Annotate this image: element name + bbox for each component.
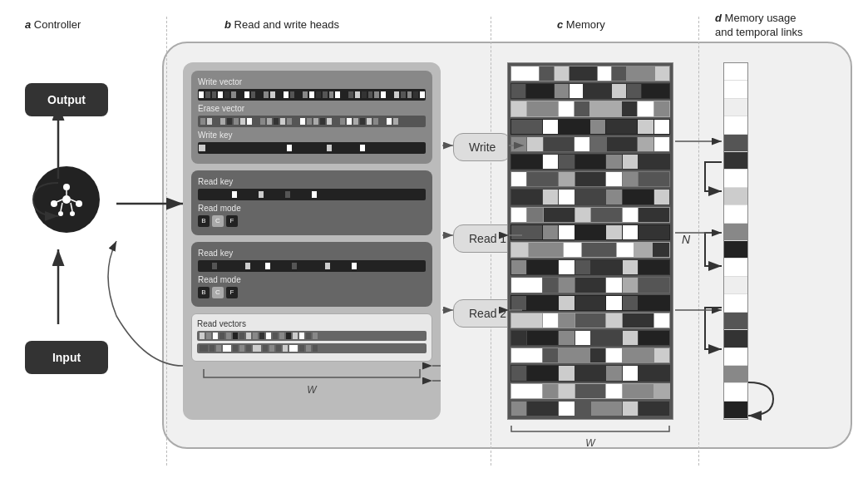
write-key-label: Write key — [198, 131, 426, 140]
rw-heads-panel: Write vector — [183, 62, 441, 420]
read-head-2-group: Read key — [191, 242, 432, 307]
memory-panel: W — [507, 62, 673, 420]
mode-c-1: C — [212, 215, 224, 227]
erase-vector-strip — [198, 116, 426, 127]
usage-cell-12 — [724, 259, 747, 276]
write-vector-strip — [198, 89, 426, 101]
read-vector-2 — [197, 343, 427, 353]
usage-cell-16 — [724, 330, 747, 347]
svg-line-10 — [71, 203, 72, 211]
write-key-strip — [198, 142, 426, 154]
mode-f-2: F — [226, 287, 238, 298]
usage-cell-10 — [724, 224, 747, 241]
usage-cell-17 — [724, 348, 747, 366]
usage-cell-13 — [724, 277, 747, 294]
svg-point-3 — [62, 195, 71, 204]
read-vectors-group: Read vectors — [191, 313, 432, 362]
usage-cell-15 — [724, 313, 747, 330]
read-key-2-label: Read key — [198, 249, 426, 258]
usage-cell-1 — [724, 63, 747, 81]
write-button: Write — [453, 133, 511, 161]
mode-b-1: B — [198, 215, 210, 227]
usage-cell-19 — [724, 383, 747, 401]
read-mode-1-label: Read mode — [198, 204, 426, 213]
write-vector-label: Write vector — [198, 77, 426, 86]
svg-point-1 — [51, 200, 57, 207]
separator-c-d — [698, 17, 699, 466]
read-key-1-label: Read key — [198, 177, 426, 186]
svg-point-8 — [70, 211, 75, 216]
svg-point-2 — [76, 200, 82, 207]
svg-point-7 — [58, 211, 63, 216]
section-c-label: c Memory — [557, 18, 605, 31]
mode-f-1: F — [226, 215, 238, 227]
usage-cell-3 — [724, 99, 747, 116]
output-box: Output — [25, 83, 108, 116]
diagram-container: a Controller b Read and write heads c Me… — [0, 0, 868, 478]
w-label-heads: W — [191, 384, 432, 396]
mode-c-2: C — [212, 287, 224, 298]
w-bracket-memory — [507, 421, 673, 435]
usage-cell-18 — [724, 366, 747, 383]
mem-usage-strip — [723, 62, 748, 420]
input-box: Input — [25, 341, 108, 374]
usage-cell-14 — [724, 294, 747, 312]
usage-cell-11 — [724, 241, 747, 259]
usage-cell-5 — [724, 135, 747, 152]
separator-a-b — [166, 17, 167, 466]
usage-cell-7 — [724, 170, 747, 187]
read-key-1-strip — [198, 189, 426, 200]
memory-grid — [507, 62, 673, 420]
read-head-1-group: Read key — [191, 170, 432, 235]
w-label-memory: W — [507, 437, 673, 449]
n-label: N — [682, 233, 690, 246]
read-vector-1 — [197, 331, 427, 341]
usage-cell-6 — [724, 152, 747, 170]
erase-vector-label: Erase vector — [198, 104, 426, 113]
usage-cell-4 — [724, 116, 747, 134]
w-bracket — [195, 365, 428, 382]
controller-section: Output Input — [8, 17, 141, 461]
usage-cell-20 — [724, 402, 747, 419]
svg-line-6 — [71, 200, 76, 202]
read-vectors-label: Read vectors — [197, 319, 427, 328]
mem-usage-panel — [723, 62, 748, 420]
usage-cell-9 — [724, 205, 747, 223]
read-mode-2-label: Read mode — [198, 275, 426, 284]
read-key-2-strip — [198, 260, 426, 272]
svg-point-0 — [63, 184, 70, 190]
section-b-label: b Read and write heads — [224, 18, 339, 31]
usage-cell-2 — [724, 81, 747, 98]
section-d-label: d Memory usage and temporal links — [715, 12, 865, 40]
svg-line-9 — [61, 203, 62, 211]
write-head-group: Write vector — [191, 71, 432, 164]
svg-line-5 — [57, 200, 62, 202]
mode-b-2: B — [198, 287, 210, 298]
usage-cell-8 — [724, 188, 747, 205]
controller-circle — [33, 166, 100, 233]
